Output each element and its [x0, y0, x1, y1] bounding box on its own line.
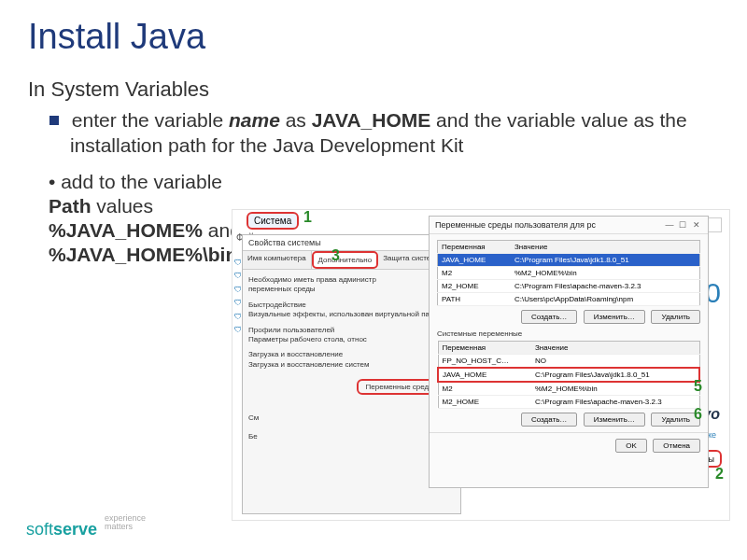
col-header: Значение [531, 342, 699, 355]
annotation-1: 1 [303, 209, 312, 226]
table-row[interactable]: PATHC:\Users\pc\AppData\Roaming\npm [438, 293, 700, 306]
boot-label: Загрузка и восстановление [248, 350, 455, 359]
slide-title: Install Java [28, 17, 719, 57]
table-row[interactable]: M2_HOMEC:\Program Files\apache-maven-3.2… [438, 396, 699, 409]
perf-desc: Визуальные эффекты, использован виртуаль… [248, 310, 455, 319]
bullet-1: enter the variable name as JAVA_HOME and… [70, 107, 719, 159]
env-vars-dialog: Переменные среды пользователя для pc — ☐… [429, 216, 709, 488]
table-row[interactable]: FP_NO_HOST_C…NO [438, 355, 699, 369]
profiles-desc: Параметры рабочего стола, относ [248, 335, 455, 344]
table-row[interactable]: M2%M2_HOME%\bin [438, 382, 699, 396]
text-bold-italic: name [229, 109, 280, 131]
text: См [248, 413, 259, 422]
annotation-3: 3 [331, 247, 340, 264]
bullet-2: add to the variable Path values %JAVA_HO… [49, 170, 245, 268]
table-row[interactable]: M2%M2_HOME%\bin [438, 267, 700, 280]
profiles-label: Профили пользователей [248, 326, 455, 335]
text: values [92, 195, 154, 217]
sys-vars-label: Системные переменные [437, 329, 700, 338]
text-bold: %JAVA_HOME%\bin [49, 244, 237, 265]
edit-button[interactable]: Изменить… [584, 413, 645, 427]
dialog-title: Переменные среды пользователя для pc [435, 220, 596, 230]
create-button[interactable]: Создать… [521, 310, 577, 324]
cancel-button[interactable]: Отмена [653, 439, 700, 453]
table-row[interactable]: JAVA_HOMEC:\Program Files\Java\jdk1.8.0_… [438, 368, 699, 382]
softserve-logo: softserve experiencematters [26, 514, 146, 539]
text-bold: JAVA_HOME [312, 109, 431, 131]
text-bold: Path [49, 195, 92, 217]
ok-button[interactable]: OK [615, 439, 647, 453]
close-icon[interactable]: ✕ [691, 220, 702, 230]
window-buttons: — ☐ ✕ [664, 220, 702, 230]
text: as [280, 109, 312, 131]
text: переменных среды [248, 285, 455, 294]
text: add to the variable [61, 171, 222, 192]
col-header: Переменная [438, 241, 511, 254]
tab-computer-name[interactable]: Имя компьютера [243, 251, 312, 269]
annotation-6: 6 [694, 406, 702, 423]
sys-vars-table[interactable]: ПеременнаяЗначение FP_NO_HOST_C…NO JAVA_… [437, 341, 700, 409]
annotation-2: 2 [715, 466, 724, 483]
text: Бе [248, 432, 258, 441]
annotation-5: 5 [694, 378, 702, 395]
boot-desc: Загрузка и восстановление систем [248, 360, 455, 370]
screenshot: Система 1 Поиск в п… Файл Пан дом Дис На… [232, 209, 730, 521]
system-link[interactable]: Система [247, 212, 299, 230]
bullet-square-icon [49, 116, 59, 125]
edit-button[interactable]: Изменить… [584, 310, 645, 324]
admin-note: Необходимо иметь права администр [248, 275, 455, 285]
slide-subtitle: In System Variables [28, 77, 719, 102]
col-header: Значение [511, 241, 700, 254]
delete-button[interactable]: Удалить [651, 310, 700, 324]
create-button[interactable]: Создать… [521, 413, 577, 427]
user-vars-table[interactable]: ПеременнаяЗначение JAVA_HOMEC:\Program F… [437, 240, 700, 306]
logo-part: serve [53, 520, 97, 539]
logo-tagline: experiencematters [105, 514, 146, 531]
maximize-icon[interactable]: ☐ [677, 220, 688, 230]
tab-advanced[interactable]: Дополнительно [312, 251, 379, 269]
table-row[interactable]: JAVA_HOMEC:\Program Files\Java\jdk1.8.0_… [438, 254, 700, 267]
text-bold: %JAVA_HOME% [49, 219, 203, 241]
minimize-icon[interactable]: — [664, 220, 675, 230]
logo-part: soft [26, 520, 53, 539]
perf-label: Быстродействие [248, 301, 455, 310]
col-header: Переменная [438, 342, 531, 355]
text: enter the variable [72, 109, 229, 131]
table-row[interactable]: M2_HOMEC:\Program Files\apache-maven-3.2… [438, 280, 700, 293]
